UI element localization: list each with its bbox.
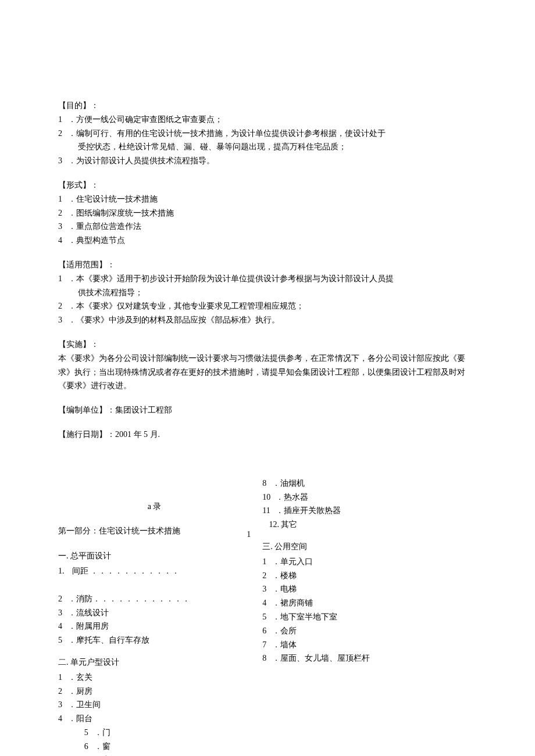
purpose-item-3: 3．为设计部设计人员提供技术流程指导。 [58, 154, 477, 168]
date-label: 【施行日期】： [58, 430, 115, 439]
list-text: ．卫生间 [68, 700, 101, 709]
list-text: ．编制可行、有用的住宅设计统一技术措施，为设计单位提供设计参考根据，使设计处于 [68, 129, 386, 138]
toc-r-top-8: 8．油烟机 [262, 476, 455, 490]
list-number: 5 [262, 610, 272, 624]
list-number: 4 [262, 596, 272, 610]
scope-section: 【适用范围】： 1．本《要求》适用于初步设计开始阶段为设计单位提供设计参考根据与… [58, 258, 477, 327]
list-text: ．《要求》中涉及到的材料及部品应按《部品标准》执行。 [68, 316, 280, 324]
toc-g2-item-1: 1．玄关 [58, 671, 251, 685]
list-text: ．摩托车、自行车存放 [68, 636, 149, 644]
list-number: 5 [84, 726, 94, 740]
form-item-4: 4．典型构造节点 [58, 234, 477, 248]
date-section: 【施行日期】：2001 年 5 月. [58, 428, 477, 442]
purpose-item-2: 2．编制可行、有用的住宅设计统一技术措施，为设计单位提供设计参考根据，使设计处于 [58, 127, 477, 141]
list-number: 1 [58, 192, 68, 206]
scope-item-1-cont: 供技术流程指导； [58, 286, 477, 300]
list-text: ．墙体 [272, 640, 297, 649]
toc-g2-item-3: 3．卫生间 [58, 698, 251, 712]
list-text: ．油烟机 [272, 479, 305, 488]
list-text: ．热水器 [276, 493, 308, 501]
date-value: 2001 年 5 月. [115, 430, 160, 439]
toc-columns: a 录 第一部分：住宅设计统一技术措施 1 一. 总平面设计 1. 间距 ．．．… [58, 476, 477, 756]
toc-g3-item-6: 6．会所 [262, 624, 455, 638]
scope-title: 【适用范围】： [58, 258, 477, 272]
list-text: ．插座开关散热器 [276, 506, 341, 515]
toc-g3-item-4: 4．裙房商铺 [262, 596, 455, 610]
list-text: ．住宅设计统一技术措施 [68, 195, 158, 203]
scope-item-2: 2．本《要求》仅对建筑专业，其他专业要求见工程管理相应规范； [58, 299, 477, 313]
list-number: 2 [58, 685, 68, 698]
list-number: 11 [262, 504, 275, 518]
toc-dots: ．．．．．．．．．．． [90, 567, 180, 575]
author-line: 【编制单位】：集团设计工程部 [58, 403, 477, 417]
toc-right-column: 8．油烟机 10．热水器 11．插座开关散热器 12. 其它 三. 公用空间 1… [262, 476, 455, 665]
list-number: 1 [58, 113, 68, 127]
list-text: ．屋面、女儿墙、屋顶栏杆 [272, 654, 370, 662]
list-number: 4 [58, 619, 68, 633]
purpose-section: 【目的】： 1．方便一线公司确定审查图纸之审查要点； 2．编制可行、有用的住宅设… [58, 99, 477, 168]
scope-item-3: 3．《要求》中涉及到的材料及部品应按《部品标准》执行。 [58, 313, 477, 327]
form-item-3: 3．重点部位营造作法 [58, 220, 477, 234]
toc-g1-item-3: 3．流线设计 [58, 606, 251, 620]
toc-part-header: 第一部分：住宅设计统一技术措施 [58, 524, 237, 538]
list-text: ．窗 [94, 742, 110, 751]
list-text: ．厨房 [68, 687, 92, 696]
scope-item-1: 1．本《要求》适用于初步设计开始阶段为设计单位提供设计参考根据与为设计部设计人员… [58, 272, 477, 286]
list-number: 3 [58, 220, 68, 234]
list-text: ．本《要求》适用于初步设计开始阶段为设计单位提供设计参考根据与为设计部设计人员提 [68, 274, 394, 283]
list-text: ．方便一线公司确定审查图纸之审查要点； [68, 115, 223, 124]
list-number: 3 [58, 698, 68, 712]
purpose-item-1: 1．方便一线公司确定审查图纸之审查要点； [58, 113, 477, 127]
toc-group3-title: 三. 公用空间 [262, 540, 455, 554]
toc-g3-item-3: 3．电梯 [262, 582, 455, 596]
list-number: 2 [262, 569, 272, 583]
list-text: ．会所 [272, 626, 297, 635]
toc-g1-gap [58, 578, 251, 592]
toc-r-top-11: 11．插座开关散热器 [262, 504, 455, 518]
list-number: 8 [262, 476, 272, 490]
toc-g2-sub-5: 5．门 [58, 726, 251, 740]
list-text: ．单元入口 [272, 557, 313, 566]
list-number: 2 [58, 592, 68, 606]
list-text: ．为设计部设计人员提供技术流程指导。 [68, 156, 215, 165]
list-text: 其它 [281, 520, 297, 529]
author-label: 【编制单位】： [58, 406, 115, 414]
author-section: 【编制单位】：集团设计工程部 [58, 403, 477, 417]
list-number: 3 [262, 582, 272, 596]
toc-g1-item-1: 1. 间距 ．．．．．．．．．．． [58, 564, 251, 578]
list-number: 10 [262, 490, 275, 504]
toc-g3-item-8: 8．屋面、女儿墙、屋顶栏杆 [262, 651, 455, 665]
impl-title: 【实施】： [58, 338, 477, 352]
document-page: 【目的】： 1．方便一线公司确定审查图纸之审查要点； 2．编制可行、有用的住宅设… [0, 0, 535, 756]
list-number: 6 [262, 624, 272, 638]
list-text: ．电梯 [272, 585, 297, 593]
list-number: 2 [58, 299, 68, 313]
list-text: ．典型构造节点 [68, 236, 125, 245]
list-number: 3 [58, 313, 68, 327]
list-text: ．楼梯 [272, 571, 297, 580]
toc-g2-sub-7: 7．空调 [58, 753, 251, 756]
toc-g1-item-5: 5．摩托车、自行车存放 [58, 633, 251, 647]
author-value: 集团设计工程部 [115, 406, 172, 414]
toc-g3-item-1: 1．单元入口 [262, 555, 455, 569]
list-number: 1. [58, 564, 68, 578]
list-number: 5 [58, 633, 68, 647]
toc-left-column: a 录 第一部分：住宅设计统一技术措施 1 一. 总平面设计 1. 间距 ．．．… [58, 476, 251, 756]
form-item-1: 1．住宅设计统一技术措施 [58, 192, 477, 206]
toc-g2-sub-6: 6．窗 [58, 740, 251, 754]
list-number: 2 [58, 127, 68, 141]
list-text: ．裙房商铺 [272, 599, 313, 607]
list-text: ．附属用房 [68, 622, 109, 630]
toc-g1-item-2: 2．消防．．．．．．．．．．．． [58, 592, 251, 606]
list-text: ．门 [94, 728, 110, 737]
list-text: ．消防．．．．．．．．．．．． [68, 594, 190, 603]
list-number: 7 [262, 638, 272, 652]
list-text: ．阳台 [68, 714, 92, 723]
list-number: 12. [269, 520, 279, 529]
toc-g2-item-2: 2．厨房 [58, 685, 251, 698]
toc-r-top-10: 10．热水器 [262, 490, 455, 504]
purpose-item-2-cont: 受控状态，杜绝设计常见错、漏、碰、暴等问题出现，提高万科住宅品质； [58, 140, 477, 154]
list-number: 6 [84, 740, 94, 754]
impl-section: 【实施】： 本《要求》为各分公司设计部编制统一设计要求与习惯做法提供参考，在正常… [58, 338, 477, 393]
toc-g3-item-7: 7．墙体 [262, 638, 455, 652]
